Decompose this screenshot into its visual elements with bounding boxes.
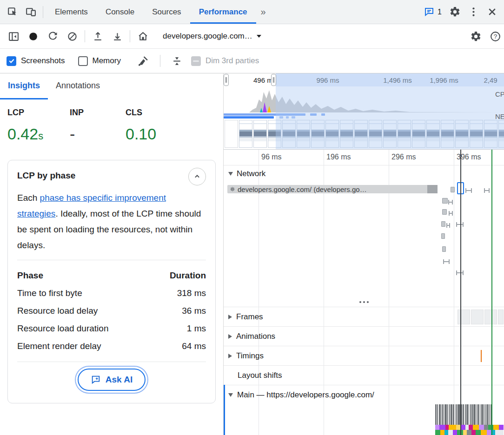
- flame-activity: [485, 404, 486, 425]
- track-layout[interactable]: Layout shifts: [224, 365, 504, 385]
- tab-console[interactable]: Console: [97, 0, 143, 24]
- phase-table-header: Phase Duration: [17, 267, 206, 284]
- home-icon: [137, 31, 149, 42]
- collapse-card-button[interactable]: [188, 168, 206, 185]
- screenshots-checkbox[interactable]: [7, 56, 16, 66]
- flame-activity: [480, 404, 481, 425]
- metric-lcp[interactable]: LCP0.42s: [7, 108, 70, 160]
- dim-third-parties-checkbox[interactable]: [191, 56, 201, 66]
- flame-segment[interactable]: [476, 430, 481, 435]
- flame-activity: [484, 404, 484, 425]
- inspect-element-button[interactable]: [3, 3, 21, 21]
- tab-sources[interactable]: Sources: [143, 0, 190, 24]
- collapse-arrows-icon: [171, 55, 183, 67]
- flame-segment[interactable]: [479, 425, 484, 430]
- network-request-bar[interactable]: [442, 198, 448, 204]
- tracks-resize-handle[interactable]: [224, 298, 504, 306]
- flame-segment[interactable]: [487, 430, 491, 435]
- timing-marker[interactable]: [481, 350, 482, 362]
- flame-segment[interactable]: [484, 425, 488, 430]
- track-frames[interactable]: Frames: [224, 307, 504, 326]
- flame-segment[interactable]: [440, 430, 444, 435]
- phase-row: Resource load duration1 ms: [17, 320, 206, 337]
- chevron-up-icon: [192, 172, 202, 181]
- network-request-bar[interactable]: [441, 221, 445, 227]
- flame-segment[interactable]: [439, 425, 445, 430]
- more-options-button[interactable]: [464, 3, 483, 21]
- sidebar-tab-insights[interactable]: Insights: [0, 73, 48, 99]
- flame-segment[interactable]: [473, 425, 479, 430]
- track-timings[interactable]: Timings: [224, 346, 504, 365]
- flame-activity: [470, 404, 471, 425]
- issues-count: 1: [438, 8, 442, 16]
- flame-segment[interactable]: [463, 430, 467, 435]
- history-dropdown[interactable]: developers.google.com…: [159, 30, 265, 43]
- issues-button[interactable]: 1: [420, 7, 445, 18]
- flame-segment[interactable]: [495, 430, 504, 435]
- flame-segment[interactable]: [471, 430, 476, 435]
- flame-segment[interactable]: [453, 430, 457, 435]
- clear-button[interactable]: [62, 27, 82, 46]
- frame-thumbnail[interactable]: [458, 310, 470, 324]
- flame-segment[interactable]: [460, 425, 465, 430]
- track-animations[interactable]: Animations: [224, 326, 504, 346]
- record-and-reload-button[interactable]: [43, 27, 62, 46]
- frame-thumbnail[interactable]: [484, 310, 497, 324]
- frame-thumbnail[interactable]: [471, 310, 484, 324]
- tab-performance[interactable]: Performance: [190, 0, 256, 24]
- settings-button[interactable]: [445, 3, 464, 21]
- capture-settings-button[interactable]: [466, 27, 485, 46]
- tab-elements[interactable]: Elements: [46, 0, 97, 24]
- flame-segment[interactable]: [467, 430, 471, 435]
- close-devtools-button[interactable]: [483, 3, 501, 21]
- record-icon: [27, 31, 39, 42]
- reload-icon: [47, 31, 59, 42]
- flame-activity: [455, 404, 456, 425]
- network-request-bar[interactable]: [441, 233, 445, 239]
- window-handle-right[interactable]: [271, 74, 276, 86]
- main-flame-chart[interactable]: [224, 404, 504, 435]
- network-request-bar[interactable]: [442, 209, 447, 215]
- toggle-sidebar-button[interactable]: [4, 27, 23, 46]
- flame-segment[interactable]: [488, 425, 493, 430]
- ask-ai-button[interactable]: Ask AI: [78, 369, 146, 391]
- network-request-bar[interactable]: [442, 246, 446, 252]
- window-handle-left[interactable]: [224, 74, 229, 86]
- flame-segment[interactable]: [435, 425, 439, 430]
- more-tabs-button[interactable]: »: [256, 7, 271, 17]
- flame-segment[interactable]: [435, 430, 440, 435]
- flame-activity: [461, 404, 462, 425]
- flame-segment[interactable]: [444, 430, 448, 435]
- performance-timeline[interactable]: 496 ms 996 ms1,496 ms1,996 ms2,49 CPU NE…: [224, 73, 504, 435]
- flame-activity: [456, 404, 457, 425]
- flame-segment[interactable]: [499, 425, 504, 430]
- track-label: Frames: [236, 312, 263, 322]
- network-request-bar[interactable]: [451, 187, 455, 192]
- sidebar-tab-annotations[interactable]: Annotations: [48, 73, 108, 99]
- compress-button[interactable]: [168, 52, 186, 70]
- flame-segment[interactable]: [469, 425, 473, 430]
- track-main[interactable]: Main — https://developers.google.com/: [224, 385, 504, 404]
- metric-inp[interactable]: INP-: [70, 108, 126, 160]
- save-profile-button[interactable]: [107, 27, 127, 46]
- flame-segment[interactable]: [481, 430, 487, 435]
- flame-segment[interactable]: [456, 425, 460, 430]
- flame-segment[interactable]: [465, 425, 469, 430]
- metric-cls[interactable]: CLS0.10: [126, 108, 156, 160]
- load-profile-button[interactable]: [88, 27, 107, 46]
- chat-bubble-icon: [424, 7, 435, 18]
- flame-segment[interactable]: [448, 430, 453, 435]
- close-icon: [486, 6, 498, 18]
- flame-segment[interactable]: [445, 425, 449, 430]
- memory-checkbox[interactable]: [78, 56, 88, 66]
- home-button[interactable]: [133, 27, 153, 46]
- record-button[interactable]: [23, 27, 43, 46]
- help-button[interactable]: ?: [485, 27, 504, 46]
- frame-thumbnail[interactable]: [498, 310, 504, 324]
- flame-segment[interactable]: [493, 425, 499, 430]
- collect-garbage-button[interactable]: [134, 52, 153, 70]
- flame-activity: [463, 404, 464, 425]
- device-toolbar-button[interactable]: [21, 3, 40, 21]
- divider: [17, 362, 206, 362]
- flame-segment[interactable]: [449, 425, 456, 430]
